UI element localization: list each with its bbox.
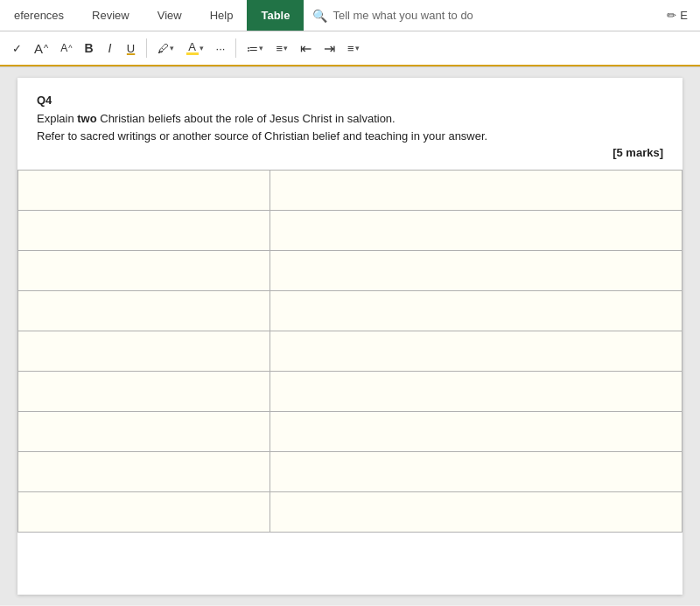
document-page: Q4 Explain two Christian beliefs about t…: [18, 78, 682, 595]
answer-cell-right[interactable]: [270, 331, 682, 372]
table-row[interactable]: [18, 171, 682, 211]
font-shrink-icon: A: [60, 42, 67, 54]
tab-references[interactable]: eferences: [0, 0, 78, 31]
search-placeholder: Tell me what you want to do: [332, 9, 472, 22]
align-icon: ≡: [347, 42, 354, 55]
table-row[interactable]: [18, 331, 682, 372]
font-shrink-caret: ^: [68, 44, 72, 52]
indent-right-button[interactable]: ⇥: [318, 37, 340, 59]
font-grow-icon: A: [34, 41, 43, 56]
question-area: Q4 Explain two Christian beliefs about t…: [18, 78, 682, 166]
tab-view[interactable]: View: [144, 0, 196, 31]
indent-left-button[interactable]: ⇤: [295, 37, 317, 59]
underline-button[interactable]: U: [122, 37, 141, 59]
answer-cell-right[interactable]: [270, 492, 682, 533]
tab-review[interactable]: Review: [78, 0, 144, 31]
tab-help[interactable]: Help: [196, 0, 248, 31]
answer-cell-left[interactable]: [18, 251, 270, 291]
answer-cell-left[interactable]: [18, 331, 270, 372]
table-row[interactable]: [18, 291, 682, 331]
checkmark-button[interactable]: ✓: [7, 37, 27, 59]
divider-1: [146, 38, 147, 58]
answer-cell-right[interactable]: [270, 291, 682, 331]
font-shrink-button[interactable]: A ^: [55, 37, 77, 59]
document-area: Q4 Explain two Christian beliefs about t…: [0, 67, 700, 605]
table-row[interactable]: [18, 211, 682, 251]
italic-button[interactable]: I: [101, 37, 120, 59]
answer-cell-right[interactable]: [270, 171, 682, 211]
search-bar[interactable]: 🔍 Tell me what you want to do: [312, 9, 472, 23]
list-icon-1: ≔: [247, 42, 258, 55]
answer-cell-right[interactable]: [270, 452, 682, 492]
question-line1-start: Explain: [37, 112, 77, 125]
answer-cell-left[interactable]: [18, 492, 270, 533]
answer-cell-left[interactable]: [18, 171, 270, 211]
table-row[interactable]: [18, 492, 682, 533]
divider-2: [235, 38, 236, 58]
table-row[interactable]: [18, 412, 682, 452]
list-icon-2: ≡: [276, 42, 283, 55]
highlight-color-icon: 🖊: [158, 43, 169, 54]
answer-cell-right[interactable]: [270, 412, 682, 452]
more-button[interactable]: ···: [211, 37, 231, 59]
font-color-button[interactable]: A ▾: [181, 37, 209, 59]
table-row[interactable]: [18, 372, 682, 412]
list-button-2[interactable]: ≡ ▾: [270, 37, 293, 59]
tab-bar: eferences Review View Help Table 🔍 Tell …: [0, 0, 700, 31]
answer-cell-right[interactable]: [270, 372, 682, 412]
align-button[interactable]: ≡ ▾: [342, 37, 365, 59]
edit-button[interactable]: ✏ E: [654, 9, 700, 22]
list-button-1[interactable]: ≔ ▾: [242, 37, 269, 59]
table-row[interactable]: [18, 452, 682, 492]
question-text: Explain two Christian beliefs about the …: [37, 110, 663, 144]
search-icon: 🔍: [312, 9, 327, 23]
highlight-color-button[interactable]: 🖊 ▾: [152, 37, 179, 59]
answer-cell-left[interactable]: [18, 372, 270, 412]
bold-button[interactable]: B: [79, 37, 98, 59]
font-grow-caret: ^: [44, 43, 48, 53]
question-line1-end: Christian beliefs about the role of Jesu…: [97, 112, 396, 125]
font-color-icon: A: [186, 41, 199, 55]
answer-cell-left[interactable]: [18, 211, 270, 251]
table-row[interactable]: [18, 251, 682, 291]
format-toolbar: ✓ A ^ A ^ B I U 🖊 ▾ A ▾ ···: [0, 31, 700, 66]
answer-cell-left[interactable]: [18, 291, 270, 331]
font-grow-button[interactable]: A ^: [29, 37, 53, 59]
question-bold-word: two: [77, 112, 96, 125]
question-marks: [5 marks]: [37, 146, 663, 159]
answer-cell-right[interactable]: [270, 251, 682, 291]
answer-table: [18, 170, 682, 533]
tab-table[interactable]: Table: [247, 0, 304, 31]
question-line2: Refer to sacred writings or another sour…: [37, 129, 487, 143]
underline-icon: U: [127, 42, 135, 55]
edit-icon: ✏: [667, 9, 676, 22]
question-number: Q4: [37, 94, 663, 107]
answer-cell-left[interactable]: [18, 452, 270, 492]
answer-cell-right[interactable]: [270, 211, 682, 251]
answer-cell-left[interactable]: [18, 412, 270, 452]
